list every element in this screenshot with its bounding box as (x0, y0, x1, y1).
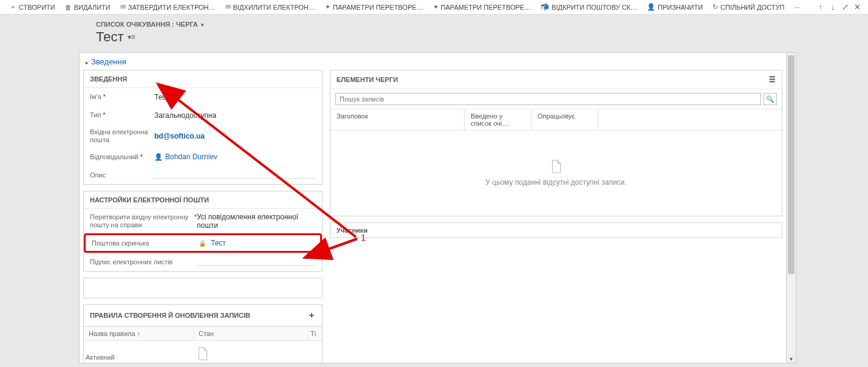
user-assign-icon: 👤 (647, 3, 655, 11)
nav-down-icon[interactable]: ↓ (827, 1, 839, 13)
queue-search-input[interactable] (335, 93, 761, 105)
cmd-approve-label: Затвердити електрон… (128, 4, 216, 11)
row-mailbox: Поштова скринька 🔒 Тест (84, 233, 322, 253)
panel-queue-items-header: Елементи черги ☰ (330, 70, 782, 89)
nav-up-icon[interactable]: ↑ (815, 1, 827, 13)
panel-email-settings: Настройки електронної пошти Перетворити … (83, 191, 323, 272)
cmd-delete-label: Видалити (74, 4, 111, 11)
cmd-assign[interactable]: 👤Призначити (642, 0, 708, 15)
search-icon: 🔍 (766, 95, 774, 103)
sort-asc-icon: ↑ (137, 330, 141, 337)
section-header-summary[interactable]: ▸Зведення (80, 53, 786, 70)
field-type[interactable]: Загальнодоступна (154, 111, 316, 120)
close-icon[interactable]: ✕ (851, 1, 863, 13)
queue-col-entered[interactable]: Введено у список очі… (464, 109, 531, 130)
panel-summary-header: Зведення (84, 70, 322, 88)
form-scroll-area: ▸Зведення Зведення Ім'я* Тест Тип* Загал… (79, 52, 787, 363)
cmd-convert-params2[interactable]: ✦Параметри перетворе… (428, 0, 536, 15)
file-icon (197, 347, 208, 360)
cmd-convert-params1[interactable]: ✦Параметри перетворе… (320, 0, 428, 15)
collapse-icon: ▸ (86, 60, 89, 66)
rules-col-name[interactable]: Назва правила↑ (84, 327, 193, 340)
cmd-reject-email[interactable]: ✉Відхилити електрон… (220, 0, 321, 15)
panel-summary: Зведення Ім'я* Тест Тип* Загальнодоступн… (83, 70, 323, 185)
page-header: СПИСОК ОЧІКУВАННЯ : ЧЕРГА ▾ Тест ▾≡ (0, 15, 868, 47)
panel-members: Учасники (330, 222, 782, 238)
cmd-openmailbox-label: Відкрити поштову ск… (552, 4, 637, 11)
list-view-icon[interactable]: ☰ (769, 75, 776, 84)
share-icon: ↻ (713, 3, 718, 11)
scroll-down-icon[interactable]: ▾ (787, 354, 796, 363)
panel-spacer (83, 278, 323, 298)
title-menu-icon[interactable]: ▾≡ (128, 33, 135, 41)
field-owner[interactable]: 👤 Bohdan Durniev (154, 153, 316, 161)
trash-icon: 🗑 (65, 4, 72, 11)
panel-members-header: Учасники (330, 223, 782, 238)
cmd-more[interactable]: ··· (789, 0, 804, 15)
label-description: Опис (90, 171, 154, 179)
tools-icon: ✦ (433, 3, 439, 11)
page-title: Тест ▾≡ (96, 29, 868, 45)
add-rule-icon[interactable]: ＋ (307, 310, 316, 321)
rules-col-type[interactable]: Ті (307, 327, 322, 340)
cmd-more-label: ··· (794, 4, 799, 11)
section-header-text: Зведення (91, 57, 126, 66)
cmd-share-label: Спільний доступ (720, 4, 784, 11)
queue-col-workedby[interactable]: Опрацьовує (531, 109, 598, 130)
cmd-share[interactable]: ↻Спільний доступ (708, 0, 789, 15)
queue-grid-empty: У цьому поданні відсутні доступні записи… (330, 131, 782, 216)
field-owner-text: Bohdan Durniev (165, 153, 217, 161)
rules-col-state[interactable]: Стан (193, 327, 307, 340)
cmd-create-label: Створити (19, 4, 55, 11)
label-mailbox: Поштова скринька (92, 239, 199, 247)
label-signature: Підпис електронних листів (90, 258, 197, 266)
status-bar: Активний (80, 352, 121, 363)
mailbox-icon: 📬 (541, 3, 549, 11)
cmd-delete[interactable]: 🗑Видалити (60, 0, 115, 15)
annotation-label-1: 1 (361, 232, 366, 242)
queue-col-title[interactable]: Заголовок (330, 109, 464, 130)
popout-icon[interactable]: ⤢ (839, 1, 851, 13)
user-icon: 👤 (154, 153, 163, 161)
command-bar: ＋Створити 🗑Видалити ✉Затвердити електрон… (0, 0, 868, 15)
page-title-text: Тест (96, 29, 124, 45)
field-mailbox-text: Тест (211, 239, 226, 247)
lock-icon: 🔒 (199, 240, 206, 247)
cmd-assign-label: Призначити (658, 4, 703, 11)
field-convert-email[interactable]: Усі повідомлення електронної пошти (197, 213, 316, 230)
label-convert-email: Перетворити вхідну електронну пошту на с… (90, 213, 197, 229)
chevron-down-icon: ▾ (201, 22, 204, 28)
label-incoming-email: Вхідна електронна пошта (90, 128, 154, 144)
mail-x-icon: ✉ (225, 3, 231, 11)
plus-icon: ＋ (10, 2, 16, 12)
rules-grid-header: Назва правила↑ Стан Ті (84, 326, 322, 341)
cmd-params2-label: Параметри перетворе… (441, 4, 531, 11)
breadcrumb[interactable]: СПИСОК ОЧІКУВАННЯ : ЧЕРГА ▾ (96, 21, 868, 28)
queue-grid-header: Заголовок Введено у список очі… Опрацьов… (330, 109, 782, 131)
label-name: Ім'я* (90, 93, 154, 101)
field-name[interactable]: Тест (154, 93, 316, 101)
cmd-approve-email[interactable]: ✉Затвердити електрон… (115, 0, 220, 15)
queue-col-spacer (598, 109, 782, 130)
field-signature[interactable] (197, 265, 316, 266)
label-owner: Відповідальний* (90, 153, 154, 161)
cmd-reject-label: Відхилити електрон… (233, 4, 316, 11)
vertical-scrollbar[interactable]: ▾ (787, 52, 796, 363)
file-icon (551, 160, 562, 173)
field-incoming-email[interactable]: bd@softico.ua (154, 132, 316, 140)
panel-queue-items: Елементи черги ☰ 🔍 Заголовок Введено у с… (330, 70, 782, 216)
panel-email-settings-header: Настройки електронної пошти (84, 191, 322, 209)
tools-icon: ✦ (325, 3, 330, 11)
cmd-params1-label: Параметри перетворе… (333, 4, 423, 11)
cmd-open-mailbox[interactable]: 📬Відкрити поштову ск… (536, 0, 642, 15)
panel-record-rules-header: Правила створення й оновлення записів ＋ (84, 305, 322, 326)
field-mailbox[interactable]: 🔒 Тест (199, 239, 314, 247)
label-type: Тип* (90, 111, 154, 119)
breadcrumb-text: СПИСОК ОЧІКУВАННЯ : ЧЕРГА (96, 21, 198, 28)
field-description[interactable] (154, 178, 316, 179)
queue-empty-text: У цьому поданні відсутні доступні записи… (485, 178, 626, 187)
cmd-create[interactable]: ＋Створити (5, 0, 60, 15)
mail-check-icon: ✉ (120, 3, 126, 11)
search-button[interactable]: 🔍 (764, 93, 777, 105)
scrollbar-thumb[interactable] (788, 55, 795, 274)
